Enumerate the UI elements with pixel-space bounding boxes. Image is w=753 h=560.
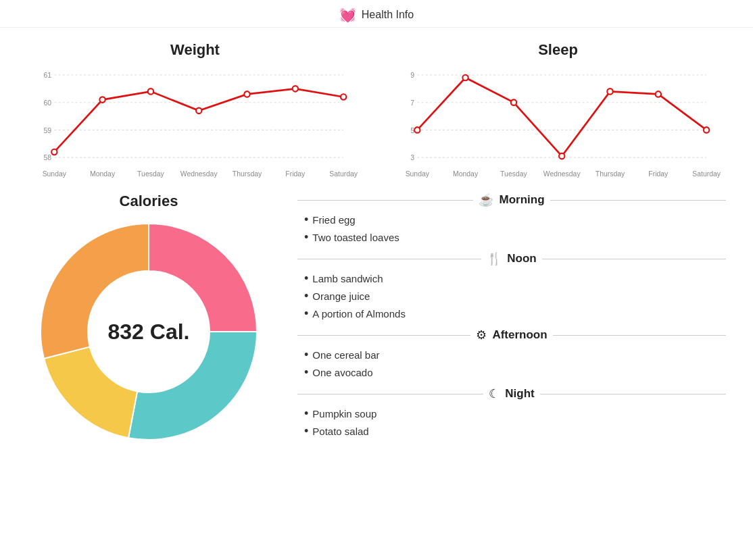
morning-divider-left (297, 200, 473, 201)
morning-item-1: Fried egg (304, 213, 726, 227)
sleep-chart-svg: 3579SundayMondayTuesdayWednesdayThursday… (396, 64, 721, 179)
meal-morning: ☕ Morning Fried egg Two toasted loaves (297, 193, 726, 245)
svg-point-18 (196, 108, 201, 114)
sleep-chart-title: Sleep (396, 41, 721, 59)
sleep-chart-wrapper: 3579SundayMondayTuesdayWednesdayThursday… (396, 64, 721, 179)
meal-morning-header: ☕ Morning (297, 193, 726, 207)
svg-point-38 (462, 75, 468, 81)
svg-point-21 (340, 94, 345, 100)
meals-section: ☕ Morning Fried egg Two toasted loaves 🍴… (291, 193, 733, 447)
noon-divider-right (542, 259, 726, 259)
noon-item-2: Orange juice (304, 289, 726, 303)
svg-text:Tuesday: Tuesday (137, 170, 164, 178)
svg-text:Sunday: Sunday (42, 170, 66, 178)
svg-text:Wednesday: Wednesday (180, 170, 218, 178)
noon-item-3: A portion of Almonds (304, 307, 726, 321)
night-label: Night (505, 387, 534, 401)
weight-chart-svg: 58596061SundayMondayTuesdayWednesdayThur… (33, 64, 358, 179)
svg-point-19 (244, 91, 249, 97)
night-item-2: Potato salad (304, 424, 726, 438)
morning-label: Morning (499, 193, 544, 207)
calories-title: Calories (120, 193, 178, 210)
noon-icon: 🍴 (487, 251, 502, 266)
svg-point-39 (510, 99, 516, 105)
svg-point-37 (414, 127, 420, 133)
svg-point-41 (607, 88, 612, 95)
weight-chart-title: Weight (33, 41, 358, 59)
svg-text:58: 58 (43, 153, 51, 161)
afternoon-items: One cereal bar One avocado (297, 348, 726, 380)
meal-noon-header: 🍴 Noon (297, 251, 726, 266)
noon-item-1: Lamb sandwich (304, 272, 726, 286)
svg-text:60: 60 (43, 99, 51, 107)
meal-afternoon: ⚙ Afternoon One cereal bar One avocado (297, 328, 726, 380)
svg-point-42 (655, 91, 660, 97)
donut-wrapper: 832 Cal. (34, 217, 264, 447)
svg-text:9: 9 (410, 71, 414, 79)
svg-point-16 (99, 97, 105, 103)
calories-value: 832 Cal. (108, 320, 190, 345)
morning-icon: ☕ (479, 193, 493, 207)
afternoon-divider-right (553, 335, 726, 336)
svg-text:Thursday: Thursday (595, 170, 625, 178)
svg-text:Monday: Monday (453, 170, 479, 178)
svg-text:7: 7 (410, 99, 414, 107)
svg-text:59: 59 (43, 126, 51, 134)
meal-night: ☾ Night Pumpkin soup Potato salad (297, 386, 726, 438)
svg-text:Friday: Friday (285, 170, 306, 178)
svg-text:Thursday: Thursday (232, 170, 262, 178)
noon-items: Lamb sandwich Orange juice A portion of … (297, 272, 726, 321)
donut-section: Calories 832 Cal. (20, 193, 277, 447)
header: 💓 Health Info (0, 0, 753, 28)
charts-row: Weight 58596061SundayMondayTuesdayWednes… (0, 28, 753, 186)
health-icon: 💓 (339, 7, 356, 23)
meal-night-header: ☾ Night (297, 386, 726, 401)
svg-point-40 (559, 153, 564, 159)
meal-noon: 🍴 Noon Lamb sandwich Orange juice A port… (297, 251, 726, 321)
svg-text:Monday: Monday (90, 170, 116, 178)
lower-section: Calories 832 Cal. ☕ Morning Fried egg Tw… (0, 186, 753, 460)
svg-text:Tuesday: Tuesday (500, 170, 527, 178)
afternoon-item-1: One cereal bar (304, 348, 726, 362)
svg-text:61: 61 (43, 71, 51, 79)
night-divider-left (297, 394, 483, 394)
afternoon-label: Afternoon (492, 328, 547, 342)
night-divider-right (540, 394, 726, 394)
weight-chart-container: Weight 58596061SundayMondayTuesdayWednes… (33, 41, 358, 179)
night-item-1: Pumpkin soup (304, 407, 726, 421)
morning-item-2: Two toasted loaves (304, 230, 726, 245)
morning-divider-right (550, 200, 726, 201)
meal-afternoon-header: ⚙ Afternoon (297, 328, 726, 342)
weight-chart-wrapper: 58596061SundayMondayTuesdayWednesdayThur… (33, 64, 358, 179)
svg-text:Saturday: Saturday (329, 170, 358, 178)
svg-text:3: 3 (410, 153, 414, 161)
night-items: Pumpkin soup Potato salad (297, 407, 726, 438)
svg-text:Wednesday: Wednesday (543, 170, 581, 178)
night-icon: ☾ (489, 386, 500, 401)
svg-point-17 (147, 88, 153, 95)
noon-label: Noon (507, 252, 536, 265)
morning-items: Fried egg Two toasted loaves (297, 213, 726, 245)
afternoon-item-2: One avocado (304, 365, 726, 380)
svg-point-20 (292, 86, 297, 91)
svg-point-15 (51, 149, 57, 155)
afternoon-divider-left (297, 335, 470, 336)
sleep-chart-container: Sleep 3579SundayMondayTuesdayWednesdayTh… (396, 41, 721, 179)
svg-point-43 (703, 127, 708, 133)
svg-text:Friday: Friday (648, 170, 669, 178)
svg-text:Saturday: Saturday (692, 170, 721, 178)
header-title: Health Info (362, 9, 414, 21)
noon-divider-left (297, 259, 481, 259)
svg-text:Sunday: Sunday (405, 170, 429, 178)
afternoon-icon: ⚙ (476, 328, 487, 342)
